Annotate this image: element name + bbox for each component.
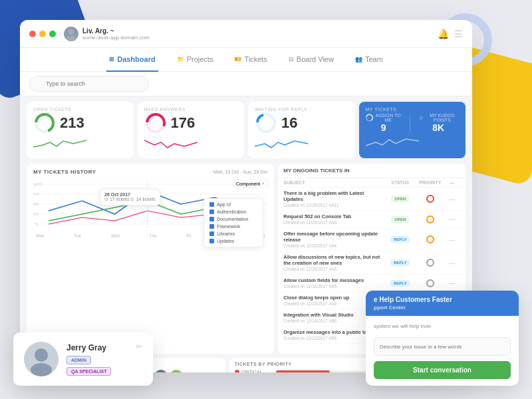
filter-label: Component — [236, 182, 260, 186]
open-tickets-label: OPEN TICKETS — [33, 107, 127, 112]
status-badge: OPEN — [391, 196, 409, 202]
filter-item-updates[interactable]: Updates — [204, 237, 263, 245]
user-name: Liv. Arg. ~ — [82, 27, 150, 35]
chat-description: system we will help ever — [374, 323, 511, 331]
filter-item-framework[interactable]: Framework — [204, 223, 263, 230]
kudos-value: 8K — [418, 122, 459, 133]
filter-dropdown-trigger[interactable]: Component ▾ — [232, 180, 269, 188]
tooltip-date: 26 Oct 2017 — [104, 192, 156, 197]
ticket-action[interactable]: — — [444, 215, 460, 223]
ticket-priority — [417, 235, 444, 243]
svg-point-1 — [66, 36, 76, 41]
chat-body: system we will help ever Start conversat… — [366, 316, 519, 386]
navigation: ⊞ Dashboard 📁 Projects 🎫 Tickets ⊟ Board… — [20, 48, 472, 72]
svg-text:50: 50 — [33, 202, 39, 205]
filter-item-libraries[interactable]: Libraries — [204, 230, 263, 237]
filter-check — [209, 231, 214, 236]
status-badge: REPLY — [390, 236, 410, 243]
ticket-subject: Allow discussions of new topics, but not… — [283, 254, 383, 271]
tickets-columns: Subject Status Priority — — [278, 178, 466, 188]
ticket-action[interactable]: — — [444, 196, 460, 203]
menu-icon[interactable]: ☰ — [454, 29, 463, 39]
ticket-action[interactable]: — — [444, 236, 460, 243]
ticket-status: REPLY — [384, 259, 417, 266]
col-subject: Subject — [283, 180, 383, 185]
need-answers-value: 176 — [171, 115, 196, 131]
col-action: — — [444, 180, 460, 185]
x-label-wed: Wed — [111, 233, 120, 238]
svg-point-25 — [31, 363, 52, 376]
priority-indicator — [426, 259, 434, 267]
search-bar: 🔍 — [20, 72, 472, 96]
projects-icon: 📁 — [177, 56, 184, 63]
nav-boardview[interactable]: ⊟ Board View — [286, 48, 336, 72]
table-row[interactable]: Offer message before upcoming update rel… — [278, 228, 466, 251]
chat-title: e Help Customers Faster — [374, 296, 511, 303]
ticket-subject: There is a big problem with Latest Updat… — [283, 190, 383, 207]
my-tickets-label: MY TICKETS — [366, 107, 460, 112]
boardview-icon: ⊟ — [289, 56, 294, 63]
chat-subtitle: pport Center — [374, 305, 511, 311]
tag-qa-specialist: QA SPECIALIST — [66, 367, 111, 376]
ticket-status: OPEN — [384, 196, 417, 202]
svg-point-0 — [68, 29, 74, 35]
dashboard-icon: ⊞ — [109, 56, 114, 63]
notification-icon[interactable]: 🔔 — [438, 29, 449, 39]
waiting-reply-label: WAITING FOR REPLY — [255, 107, 348, 112]
x-label-thu: Thu — [149, 233, 156, 238]
assign-to-me: ASSIGN TO ME 9 — [366, 113, 402, 133]
ticket-priority — [417, 279, 444, 287]
ticket-action[interactable]: — — [444, 259, 460, 267]
team-avatar-10[interactable] — [170, 370, 183, 372]
filter-item-appui[interactable]: App UI — [204, 201, 263, 208]
tickets-title: MY ONGOING TICKETS IN — [283, 168, 349, 174]
profile-tags: ADMIN QA SPECIALIST — [66, 356, 128, 376]
nav-dashboard[interactable]: ⊞ Dashboard — [106, 48, 158, 72]
profile-avatar — [24, 342, 59, 376]
chat-title-bar: e Help Customers Faster pport Center — [366, 291, 519, 316]
filter-dropdown-menu: App UI Authentication Documentation Fram… — [203, 198, 263, 247]
profile-name: Jerry Gray — [66, 343, 128, 352]
chart-title: MY TICKETS HISTORY — [33, 169, 96, 175]
x-label-mon: Mon — [36, 233, 45, 238]
filter-item-docs[interactable]: Documentation — [204, 215, 263, 223]
traffic-lights — [29, 31, 56, 37]
team-avatar-9[interactable] — [154, 370, 168, 372]
chat-input[interactable] — [374, 337, 511, 356]
open-tickets-card: OPEN TICKETS 213 — [27, 102, 134, 158]
ticket-priority — [417, 215, 444, 223]
tooltip-info: ⊙ 17 tickets ⊙ 14 tickets — [104, 197, 156, 202]
ticket-subject: Offer message before upcoming update rel… — [283, 231, 383, 248]
table-row[interactable]: Allow custom fields for messages Created… — [278, 275, 466, 292]
nav-team[interactable]: 👥 Team — [352, 48, 386, 72]
priority-indicator — [426, 215, 434, 223]
svg-text:5: 5 — [35, 222, 39, 225]
edit-icon[interactable]: ✏ — [136, 342, 142, 351]
table-row[interactable]: There is a big problem with Latest Updat… — [278, 188, 466, 211]
chart-header: MY TICKETS HISTORY Mon, 23 Oct - Sun, 29… — [33, 169, 267, 175]
my-tickets-card: MY TICKETS ASSIGN TO ME 9 ☆ — [359, 102, 466, 158]
close-button[interactable] — [29, 31, 36, 37]
waiting-reply-value: 16 — [281, 115, 297, 131]
filter-dropdown-wrap: Component ▾ App UI Authentication Docume… — [232, 180, 269, 188]
assign-value: 9 — [366, 122, 402, 133]
start-conversation-button[interactable]: Start conversation — [374, 361, 511, 379]
priority-bar — [276, 370, 331, 372]
search-input[interactable] — [29, 76, 149, 92]
nav-tickets[interactable]: 🎫 Tickets — [231, 48, 269, 72]
need-answers-label: NEED ANSWERS — [144, 107, 238, 112]
svg-text:75: 75 — [33, 192, 39, 196]
stats-row: OPEN TICKETS 213 NEED ANSWERS — [27, 102, 466, 158]
team-icon: 👥 — [355, 56, 362, 63]
assign-label: ASSIGN TO ME — [375, 113, 402, 122]
priority-label: CRITICAL — [235, 370, 273, 372]
filter-item-auth[interactable]: Authentication — [204, 208, 263, 215]
table-row[interactable]: Allow discussions of new topics, but not… — [278, 251, 466, 275]
ticket-action[interactable]: — — [444, 279, 460, 287]
minimize-button[interactable] — [39, 31, 46, 37]
table-row[interactable]: Request 502 on Console Tab Created on 12… — [278, 211, 466, 228]
priority-indicator — [426, 279, 434, 287]
nav-projects[interactable]: 📁 Projects — [174, 48, 216, 72]
maximize-button[interactable] — [49, 31, 56, 37]
avatar — [64, 27, 78, 41]
